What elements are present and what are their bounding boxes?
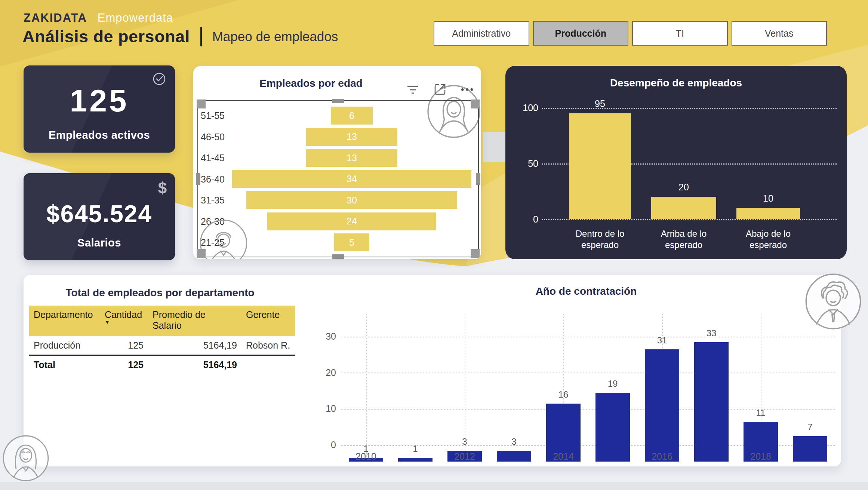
y-tick-label: 0 xyxy=(312,440,336,450)
sort-descending-icon: ▼ xyxy=(105,320,144,324)
y-tick-label: 100 xyxy=(516,102,538,113)
bar-value-label: 31 xyxy=(645,335,679,346)
performance-bar[interactable]: 95 xyxy=(569,113,631,219)
table-total-cell: Total xyxy=(29,355,100,374)
performance-bar[interactable]: 20 xyxy=(651,197,716,219)
background-accent-rectangle xyxy=(483,132,505,162)
performance-plot: 95 20 10 Dentro de lo esperado Arriba de… xyxy=(542,108,837,219)
resize-handle-right[interactable] xyxy=(476,173,480,185)
logo: ZAKIDATA Empowerdata xyxy=(24,11,173,25)
bar-value-label: 7 xyxy=(793,422,827,432)
filter-button-produccion[interactable]: Producción xyxy=(533,21,629,46)
column-header-cantidad[interactable]: Cantidad▼ xyxy=(100,306,148,336)
table-cell[interactable]: Robson R. xyxy=(241,336,295,355)
x-tick-label: 2016 xyxy=(637,451,687,462)
column-header-promedio[interactable]: Promedio de Salario xyxy=(148,306,241,336)
bar-value-label: 3 xyxy=(497,437,531,447)
filter-button-ventas[interactable]: Ventas xyxy=(732,21,827,46)
age-funnel-chart-card[interactable]: Empleados por edad ••• xyxy=(193,66,481,259)
bar-value-label: 20 xyxy=(651,182,716,193)
x-category-label: Arriba de lo esperado xyxy=(651,228,716,251)
table-cell[interactable]: 125 xyxy=(100,336,148,355)
filter-button-ti[interactable]: TI xyxy=(632,21,728,46)
table-total-cell xyxy=(241,355,295,374)
resize-handle-bottom[interactable] xyxy=(332,254,344,259)
year-bar[interactable]: 19 xyxy=(595,393,630,462)
bar-value-label: 10 xyxy=(736,193,800,204)
performance-chart-card[interactable]: Desempeño de empleados 100 50 0 95 20 10… xyxy=(505,66,847,259)
y-tick-label: 0 xyxy=(516,214,538,225)
year-bar[interactable]: 7 xyxy=(793,436,827,462)
column-header-gerente[interactable]: Gerente xyxy=(241,306,295,336)
kpi-label: Empleados activos xyxy=(24,129,175,141)
table-cell[interactable]: 5164,19 xyxy=(148,336,241,355)
year-bar[interactable]: 33 xyxy=(694,342,729,462)
resize-handle-top-left[interactable] xyxy=(197,99,206,108)
table-total-cell: 125 xyxy=(100,355,148,374)
resize-handle-top[interactable] xyxy=(332,99,344,103)
bar-value-label: 1 xyxy=(398,444,433,454)
year-bar[interactable]: 31 xyxy=(645,349,679,462)
x-category-label: Dentro de lo esperado xyxy=(569,228,631,251)
bar-value-label: 95 xyxy=(569,98,631,109)
dashboard-page: ZAKIDATA Empowerdata Análisis de persona… xyxy=(0,0,868,490)
page-title-row: Análisis de personal Mapeo de empleados xyxy=(22,27,338,46)
more-options-icon[interactable]: ••• xyxy=(461,84,475,95)
chart-title: Año de contratación xyxy=(345,285,827,297)
bar-value-label: 33 xyxy=(694,328,729,339)
resize-handle-bottom-left[interactable] xyxy=(197,249,206,258)
bottom-edge-strip xyxy=(0,482,868,490)
y-tick-label: 30 xyxy=(312,331,336,342)
bar-value-label: 11 xyxy=(744,408,778,418)
title-divider xyxy=(200,27,202,46)
year-bar[interactable]: 3 xyxy=(497,451,531,462)
x-tick-label: 2010 xyxy=(341,451,391,462)
year-bar[interactable]: 1 xyxy=(398,458,433,462)
dollar-icon: $ xyxy=(158,179,167,197)
page-subtitle: Mapeo de empleados xyxy=(212,29,338,44)
page-title: Análisis de personal xyxy=(22,27,190,46)
visual-selection-frame[interactable] xyxy=(197,100,479,257)
x-tick-label: 2018 xyxy=(736,451,785,462)
avatar-curly-man-icon xyxy=(804,272,863,331)
resize-handle-top-right[interactable] xyxy=(471,99,480,108)
department-table: Departamento Cantidad▼ Promedio de Salar… xyxy=(29,306,295,374)
department-filter-group: Administrativo Producción TI Ventas xyxy=(434,21,827,46)
filter-button-administrativo[interactable]: Administrativo xyxy=(434,21,529,46)
column-header-departamento[interactable]: Departamento xyxy=(29,306,100,336)
chart-title: Empleados por edad xyxy=(193,77,429,89)
avatar-woman-long-hair-icon xyxy=(1,434,50,483)
resize-handle-left[interactable] xyxy=(196,173,200,185)
y-tick-label: 20 xyxy=(312,367,336,378)
performance-bar[interactable]: 10 xyxy=(736,208,800,219)
filter-icon[interactable] xyxy=(406,84,419,95)
kpi-value: $645.524 xyxy=(24,200,175,228)
gridline xyxy=(542,219,837,220)
bars-group: 1 1 3 3 16 19 31 33 11 7 xyxy=(341,353,835,462)
logo-primary: ZAKIDATA xyxy=(24,11,87,25)
focus-mode-icon[interactable] xyxy=(433,83,447,96)
resize-handle-bottom-right[interactable] xyxy=(471,249,480,258)
y-tick-label: 50 xyxy=(516,158,538,169)
y-tick-label: 10 xyxy=(312,403,336,414)
x-category-label: Abajo de lo esperado xyxy=(736,228,800,251)
bar-value-label: 19 xyxy=(595,379,630,389)
bar-value-label: 16 xyxy=(546,389,581,400)
x-tick-label: 2012 xyxy=(440,451,489,462)
bar-value-label: 3 xyxy=(447,437,482,447)
table-title: Total de empleados por departamento xyxy=(29,287,291,299)
x-tick-label: 2014 xyxy=(539,451,588,462)
kpi-label: Salarios xyxy=(24,237,175,249)
table-total-cell: 5164,19 xyxy=(148,355,241,374)
chart-title: Desempeño de empleados xyxy=(505,77,847,89)
kpi-card-active-employees[interactable]: 125 Empleados activos xyxy=(24,65,175,153)
kpi-value: 125 xyxy=(24,83,175,119)
hiring-year-plot: 1 1 3 3 16 19 31 33 11 7 2010 2012 2014 … xyxy=(341,311,835,487)
logo-secondary: Empowerdata xyxy=(98,11,173,25)
kpi-card-salaries[interactable]: $ $645.524 Salarios xyxy=(24,173,175,260)
table-cell[interactable]: Producción xyxy=(29,336,100,355)
bottom-panel-card: Total de empleados por departamento Depa… xyxy=(24,275,841,466)
